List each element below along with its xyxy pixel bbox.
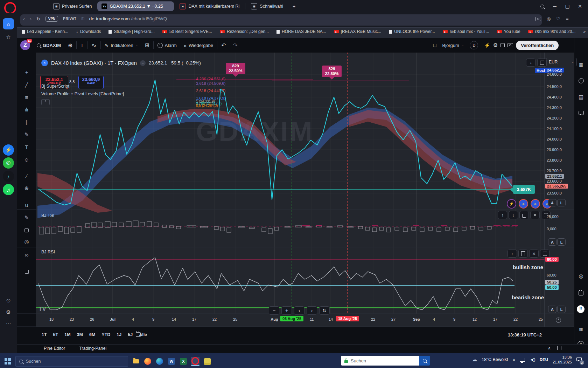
alert-button[interactable]: Alarm (154, 40, 180, 50)
bookmark-item[interactable]: » (583, 29, 586, 34)
fullscreen-panel-icon[interactable] (557, 346, 561, 350)
move-up-button[interactable]: ↑ (498, 211, 507, 219)
new-tab-button[interactable]: + (289, 2, 299, 11)
log-scale-button[interactable]: L (557, 199, 566, 206)
windows-search-box[interactable]: Suchen (15, 356, 128, 367)
minimize-button[interactable]: ─ (550, 2, 560, 11)
supply-zone-pin[interactable]: 829 22.50% (226, 63, 245, 74)
maximize-button[interactable]: ▢ (562, 2, 573, 11)
url-host[interactable]: de.tradingview.com (89, 16, 130, 21)
fib-retracement-tool-icon[interactable]: ≡ (22, 92, 31, 102)
trend-line-tool-icon[interactable]: ╱ (22, 80, 31, 90)
delete-panel-button[interactable] (519, 211, 529, 219)
bookmark-item[interactable]: Led Zeppelin - Kenn... (22, 29, 68, 34)
home-sidebar-icon[interactable]: ⌂ (3, 18, 14, 29)
link-tool-icon[interactable]: ∞ (22, 250, 31, 260)
log-scale-button[interactable]: L (557, 238, 566, 246)
spotify-sidebar-icon[interactable]: ♫ (3, 184, 14, 195)
messenger-sidebar-icon[interactable]: ⚡ (3, 144, 14, 156)
trash-tool-icon[interactable] (22, 266, 31, 276)
star-sidebar-icon[interactable]: ☆ (3, 32, 14, 43)
file-explorer-icon[interactable] (132, 357, 140, 366)
eu-flag-icon[interactable]: ∗ (531, 199, 540, 209)
extensions-icon[interactable]: ◎ (547, 16, 551, 21)
timeframe-5j[interactable]: 5J (125, 331, 135, 339)
interval-button[interactable]: T (77, 40, 86, 50)
legend-title[interactable]: DAX 40 Index (GDAXI) · 1T · FXOpen (51, 60, 137, 66)
timeframe-5t[interactable]: 5T (51, 331, 61, 339)
radar-icon[interactable]: ◎ (577, 272, 585, 280)
session-clock[interactable]: 13:36:19 UTC+2 (508, 332, 542, 338)
object-tree-icon[interactable]: ▤ (577, 93, 585, 101)
timeframe-1m[interactable]: 1M (62, 331, 73, 339)
bookmark-item[interactable]: ▶50 Best Singers EVE... (162, 29, 212, 34)
timezone-clock-icon[interactable] (556, 318, 561, 324)
symbol-search-button[interactable]: GDAXIM (34, 40, 64, 50)
publish-button[interactable]: Veröffentlichen (516, 41, 559, 50)
zoom-out-button[interactable]: − (269, 306, 279, 315)
restore-view-button[interactable] (537, 59, 547, 67)
volume-icon[interactable]: ◄)) (530, 357, 535, 362)
lock-tool-icon[interactable] (22, 225, 31, 235)
snapshot-icon[interactable] (536, 17, 541, 21)
redo-icon[interactable]: ↷ (230, 40, 241, 50)
heart-sidebar-icon[interactable]: ♡ (3, 296, 14, 307)
timeframe-1t[interactable]: 1T (39, 331, 49, 339)
zoom-in-tool-icon[interactable]: ⊕ (22, 183, 31, 193)
indicators-button[interactable]: ∿ Indikatoren ⌄ (102, 40, 141, 50)
supply-zone-pin[interactable]: 829 22.50% (322, 66, 342, 77)
calendar-icon[interactable] (577, 288, 585, 297)
close-icon[interactable]: × (41, 60, 48, 66)
close-button[interactable]: ✕ (575, 2, 585, 11)
user-avatar[interactable]: Z 11 (20, 40, 30, 50)
drive-button[interactable]: D (470, 41, 478, 49)
auto-scale-button[interactable]: A (548, 306, 556, 313)
text-tool-icon[interactable]: T (22, 142, 31, 152)
collapse-legend-button[interactable]: ∧ (41, 99, 50, 105)
rsi-panel-label[interactable]: BJ RSI (41, 250, 55, 254)
tiktok-sidebar-icon[interactable]: ♪ (3, 171, 14, 182)
screenshot-icon[interactable] (507, 43, 513, 47)
bookmark-item[interactable]: ▶YouTube (497, 29, 520, 34)
forecast-tool-icon[interactable]: ∥ (22, 117, 31, 127)
notifications-icon[interactable]: 2 (576, 356, 582, 363)
emoji-tool-icon[interactable]: ☺ (22, 155, 31, 164)
reload-icon[interactable]: ↻ (36, 16, 41, 22)
magnet-tool-icon[interactable]: ∪ (22, 200, 31, 210)
timeframe-ytd[interactable]: YTD (99, 331, 113, 339)
scroll-right-button[interactable]: › (307, 306, 317, 315)
pattern-tool-icon[interactable]: ⋔ (22, 105, 31, 115)
expand-panel-icon[interactable]: ∧ (548, 346, 551, 350)
alarm-clock-icon[interactable] (577, 76, 585, 85)
chart-style-icon[interactable]: ∿ (88, 40, 99, 50)
bookmark-item[interactable]: ▶r&b mix 90's and 20... (528, 29, 576, 34)
bookmark-item[interactable]: ▶r&b soul mix - YouT... (443, 29, 489, 34)
replay-button[interactable]: « Wiedergabe (181, 40, 216, 50)
gear-sidebar-icon[interactable]: ⚙ (3, 307, 14, 318)
time-tick-red-badge[interactable]: 18 Aug '25 (336, 316, 359, 321)
firefox-icon[interactable] (144, 357, 152, 366)
currency-dropdown[interactable]: EUR ⌄ (546, 58, 577, 66)
bookmark-item[interactable]: ↓Downloads (76, 29, 101, 34)
indicator-label-superscript[interactable]: Bj SuperScript (41, 84, 69, 89)
opera-logo[interactable] (4, 2, 16, 14)
apps-grid-icon[interactable]: ⠿ (577, 305, 584, 313)
bookmark-item[interactable]: HÖRE DAS JEDE NA... (276, 29, 326, 34)
forward-icon[interactable]: › (30, 16, 31, 22)
indicator-label-volume-profile[interactable]: Volume Profile + Pivot Levels [ChartPrim… (41, 91, 124, 96)
vpn-badge[interactable]: VPN (46, 16, 58, 22)
keyboard-language[interactable]: DEU (540, 357, 548, 362)
quick-search-icon[interactable]: ⚡ (484, 42, 490, 48)
move-up-button[interactable]: ↑ (507, 250, 517, 258)
maximize-panel-button[interactable] (540, 250, 550, 258)
log-scale-button[interactable]: L (557, 306, 566, 313)
opera-taskbar-icon[interactable] (191, 357, 200, 366)
brush-tool-icon[interactable]: ✎ (22, 130, 31, 139)
hide-icon[interactable]: − (140, 60, 146, 66)
layout-name-button[interactable]: Bjorgum ⌄ (439, 40, 467, 50)
tab-dax-artikel[interactable]: A DAX mit kalkulierbarem Ri (175, 1, 244, 11)
timeframe-1j[interactable]: 1J (114, 331, 124, 339)
collapse-panel-button[interactable]: ✕ (529, 250, 539, 258)
bookmark-heart-icon[interactable]: ♡ (556, 16, 560, 21)
reset-view-button[interactable]: ↻ (319, 306, 330, 315)
